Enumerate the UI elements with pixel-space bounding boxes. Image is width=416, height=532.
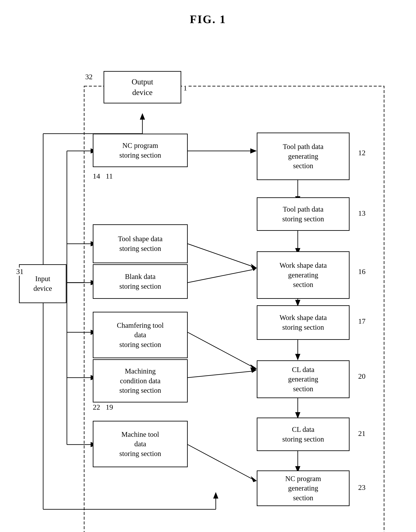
svg-line-35 <box>188 244 252 266</box>
label-14: 14 <box>93 172 100 180</box>
svg-line-43 <box>188 445 252 479</box>
svg-marker-4 <box>250 148 257 154</box>
label-23: 23 <box>358 484 366 492</box>
svg-marker-38 <box>251 266 257 271</box>
svg-line-41 <box>188 371 252 378</box>
input-device-box: Input device <box>19 264 66 303</box>
machining-condition-storing-box: Machining condition data storing section <box>93 359 188 402</box>
output-device-box: Output device <box>104 71 181 103</box>
svg-line-37 <box>188 270 252 283</box>
machine-tool-storing-box: Machine tool data storing section <box>93 421 188 467</box>
tool-shape-storing-box: Tool shape data storing section <box>93 224 188 263</box>
label-31: 31 <box>16 268 24 276</box>
nc-program-generating-box: NC program generating section <box>257 471 350 506</box>
svg-marker-44 <box>251 476 257 482</box>
label-11: 11 <box>106 172 113 180</box>
label-32: 32 <box>85 73 93 81</box>
chamfering-tool-storing-box: Chamfering tool data storing section <box>93 312 188 358</box>
label-16: 16 <box>358 268 366 276</box>
work-shape-generating-box: Work shape data generating section <box>257 251 350 299</box>
label-13: 13 <box>358 209 366 217</box>
label-22: 22 <box>93 403 100 411</box>
label-1: 1 <box>183 84 187 92</box>
label-17: 17 <box>358 317 366 325</box>
label-21: 21 <box>358 429 366 438</box>
svg-marker-12 <box>295 354 300 360</box>
cl-data-generating-box: CL data generating section <box>257 360 350 398</box>
svg-marker-42 <box>250 367 257 373</box>
svg-marker-2 <box>140 113 145 120</box>
blank-data-storing-box: Blank data storing section <box>93 264 188 299</box>
svg-marker-49 <box>213 492 218 499</box>
work-shape-storing-box: Work shape data storing section <box>257 305 350 340</box>
diagram: Output device 32 1 NC program storing se… <box>0 34 416 531</box>
tool-path-storing-box: Tool path data storing section <box>257 197 350 231</box>
nc-program-storing-box: NC program storing section <box>93 134 188 167</box>
svg-line-39 <box>188 332 252 367</box>
tool-path-generating-box: Tool path data generating section <box>257 133 350 180</box>
svg-marker-36 <box>251 264 257 269</box>
label-12: 12 <box>358 149 366 157</box>
label-20: 20 <box>358 372 366 380</box>
figure-title: FIG. 1 <box>0 0 416 26</box>
cl-data-storing-box: CL data storing section <box>257 417 350 451</box>
label-19: 19 <box>106 403 113 411</box>
svg-marker-40 <box>250 364 257 370</box>
